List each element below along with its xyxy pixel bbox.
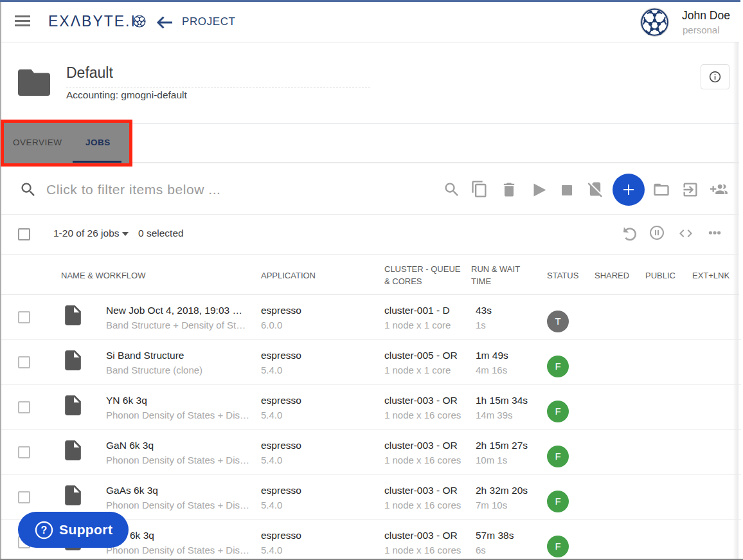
svg-text:?: ?: [41, 525, 48, 536]
